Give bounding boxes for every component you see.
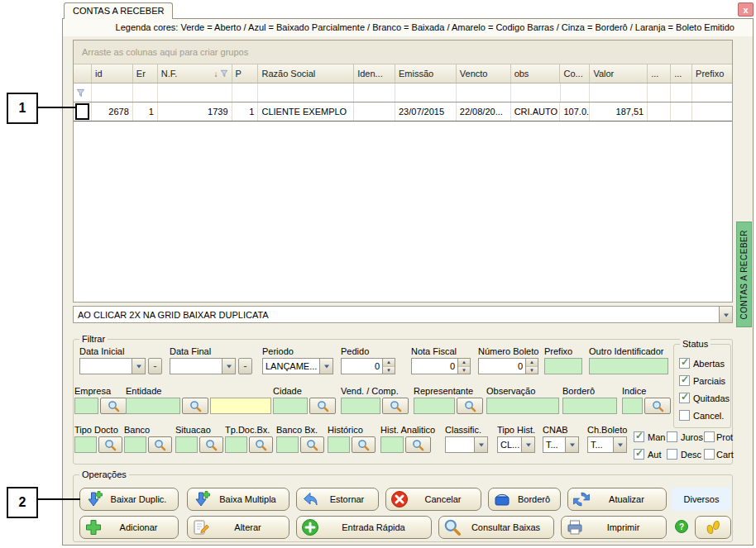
column-header-vencto[interactable]: Vencto xyxy=(457,64,511,83)
ch-boleto-select[interactable]: T... xyxy=(587,436,627,453)
data-final-input[interactable] xyxy=(170,358,236,374)
banco-input[interactable] xyxy=(124,436,146,453)
vend-comp-input[interactable] xyxy=(341,398,380,414)
parciais-checkbox[interactable] xyxy=(679,375,690,386)
observacao-input[interactable] xyxy=(486,398,559,414)
cnab-select[interactable]: T... xyxy=(543,436,579,453)
bordero-button[interactable]: Borderô xyxy=(488,488,561,511)
nota-fiscal-up-arrow[interactable]: ▲ xyxy=(458,359,470,367)
column-header-iden[interactable]: Iden... xyxy=(354,64,395,83)
indice-input[interactable] xyxy=(622,398,643,414)
imprimir-button[interactable]: Imprimir xyxy=(561,516,667,539)
representante-lookup-button[interactable] xyxy=(457,398,483,414)
filter-cell-vencto[interactable] xyxy=(457,83,511,102)
footprints-button[interactable] xyxy=(695,516,731,539)
estornar-button[interactable]: Estornar xyxy=(296,488,379,511)
hist-analitico-lookup-button[interactable] xyxy=(405,436,431,453)
data-final-clear-button[interactable]: - xyxy=(238,358,252,374)
cancelar-button[interactable]: Cancelar xyxy=(385,488,481,511)
close-button[interactable]: x xyxy=(738,2,754,17)
cart-checkbox[interactable] xyxy=(704,449,715,460)
column-header-valor[interactable]: Valor xyxy=(590,64,648,83)
historico-input[interactable] xyxy=(328,436,350,453)
abertas-checkbox[interactable] xyxy=(679,358,690,369)
cnab-dropdown[interactable] xyxy=(565,437,578,452)
cancel-checkbox[interactable] xyxy=(679,410,690,421)
column-header-razao-social[interactable]: Razão Social xyxy=(258,64,354,83)
baixa-multipla-button[interactable]: Baixa Multipla xyxy=(187,488,289,511)
alterar-button[interactable]: Alterar xyxy=(187,516,289,539)
filter-cell-obs[interactable] xyxy=(511,83,561,102)
periodo-dropdown[interactable] xyxy=(319,359,333,374)
column-header-dots1[interactable]: ... xyxy=(648,64,671,83)
empresa-lookup-button[interactable] xyxy=(100,398,127,414)
filter-cell-nf[interactable] xyxy=(158,83,232,102)
banco-lookup-button[interactable] xyxy=(148,436,172,453)
entidade-input[interactable] xyxy=(126,398,180,414)
filter-cell-emissao[interactable] xyxy=(395,83,457,102)
filter-cell-valor[interactable] xyxy=(590,83,648,102)
bordero-input[interactable] xyxy=(562,398,617,414)
data-final-dropdown[interactable] xyxy=(222,359,235,374)
atualizar-button[interactable]: Atualizar xyxy=(567,488,667,511)
column-header-nf[interactable]: N.F. ↓ xyxy=(158,64,232,83)
ch-boleto-dropdown[interactable] xyxy=(613,437,626,452)
filter-cell-prefixo[interactable] xyxy=(692,83,732,102)
nota-fiscal-spinner[interactable]: 0 ▲▼ xyxy=(411,358,471,374)
help-icon[interactable] xyxy=(675,520,688,533)
empresa-input[interactable] xyxy=(74,398,98,414)
column-header-obs[interactable]: obs xyxy=(511,64,561,83)
vend-comp-lookup-button[interactable] xyxy=(382,398,409,414)
consultar-baixas-button[interactable]: Consultar Baixas xyxy=(438,516,554,539)
numero-boleto-spinner[interactable]: 0 ▲▼ xyxy=(478,358,538,374)
entidade-lookup-button[interactable] xyxy=(182,398,208,414)
filter-cell-p[interactable] xyxy=(232,83,259,102)
prot-checkbox[interactable] xyxy=(704,431,715,442)
column-header-emissao[interactable]: Emissão xyxy=(395,64,457,83)
classific-select[interactable] xyxy=(445,436,488,453)
filter-funnel-icon[interactable] xyxy=(220,69,228,78)
indice-lookup-button[interactable] xyxy=(644,398,671,414)
column-header-dots2[interactable]: ... xyxy=(671,64,692,83)
pedido-spinner[interactable]: 0 ▲▼ xyxy=(341,358,395,374)
historico-lookup-button[interactable] xyxy=(352,436,376,453)
situacao-input[interactable] xyxy=(175,436,198,453)
pedido-down-arrow[interactable]: ▼ xyxy=(383,367,395,374)
tp-doc-bx-input[interactable] xyxy=(225,436,247,453)
diversos-button[interactable]: Diversos xyxy=(672,488,731,511)
group-by-bar[interactable]: Arraste as colunas aqui para criar grupo… xyxy=(74,41,732,64)
column-header-co[interactable]: Co... xyxy=(560,64,590,83)
representante-input[interactable] xyxy=(414,398,455,414)
baixar-duplic-button[interactable]: Baixar Duplic. xyxy=(79,488,179,511)
side-tab-contas-a-receber[interactable]: CONTAS A RECEBER xyxy=(736,222,752,327)
grid-data-row[interactable]: 2678 1 1739 1 CLIENTE EXEMPLO 23/07/2015… xyxy=(74,102,732,122)
nota-fiscal-down-arrow[interactable]: ▼ xyxy=(458,367,470,374)
juros-checkbox[interactable] xyxy=(667,431,677,442)
banco-bx-input[interactable] xyxy=(276,436,299,453)
numero-boleto-up-arrow[interactable]: ▲ xyxy=(526,359,538,367)
pedido-up-arrow[interactable]: ▲ xyxy=(383,359,395,367)
tp-doc-bx-lookup-button[interactable] xyxy=(249,436,273,453)
filter-cell-iden[interactable] xyxy=(354,83,395,102)
action-dropdown-arrow[interactable] xyxy=(719,307,732,322)
data-inicial-clear-button[interactable]: - xyxy=(148,358,162,374)
man-checkbox[interactable] xyxy=(634,431,644,442)
aut-checkbox[interactable] xyxy=(634,449,644,460)
outro-identificador-input[interactable] xyxy=(589,358,668,374)
entrada-rapida-button[interactable]: Entrada Rápida xyxy=(296,516,432,539)
adicionar-button[interactable]: Adicionar xyxy=(79,516,179,539)
classific-dropdown[interactable] xyxy=(474,437,487,452)
prefixo-input[interactable] xyxy=(544,358,582,374)
entidade-name-input[interactable] xyxy=(210,398,271,414)
banco-bx-lookup-button[interactable] xyxy=(300,436,324,453)
cidade-input[interactable] xyxy=(273,398,308,414)
double-click-action-dropdown[interactable]: AO CLICAR 2X NA GRID BAIXAR DUPLICATA xyxy=(73,306,733,323)
tab-contas-a-receber[interactable]: CONTAS A RECEBER xyxy=(64,2,173,19)
tipo-docto-lookup-button[interactable] xyxy=(98,436,122,453)
numero-boleto-down-arrow[interactable]: ▼ xyxy=(526,367,538,374)
column-header-id[interactable]: id xyxy=(92,64,133,83)
periodo-select[interactable]: LANÇAME... xyxy=(262,358,333,374)
data-inicial-input[interactable] xyxy=(79,358,146,374)
filter-cell-dots2[interactable] xyxy=(671,83,692,102)
situacao-lookup-button[interactable] xyxy=(199,436,223,453)
